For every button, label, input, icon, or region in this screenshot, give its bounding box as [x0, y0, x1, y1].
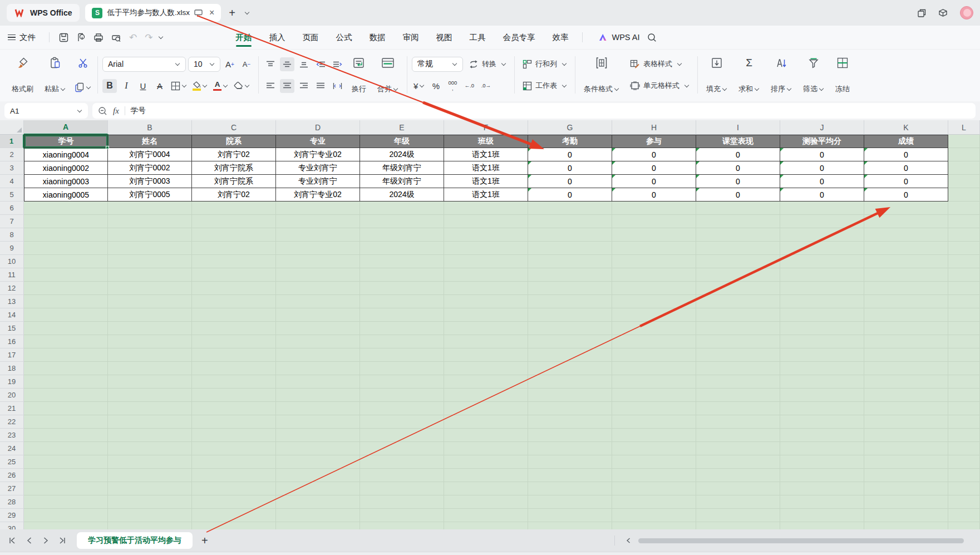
italic-button[interactable]: I [119, 79, 134, 93]
cell-A19[interactable] [24, 375, 108, 389]
column-header-D[interactable]: D [276, 120, 360, 135]
cell-I15[interactable] [696, 322, 780, 335]
cell-E28[interactable] [360, 495, 444, 509]
cell-L18[interactable] [948, 362, 980, 375]
cell-D17[interactable] [276, 348, 360, 362]
cell-B21[interactable] [108, 402, 192, 415]
row-header-11[interactable]: 11 [0, 268, 24, 282]
cell-J15[interactable] [780, 322, 864, 335]
cell-I5[interactable]: 0 [696, 188, 780, 202]
freeze-panes-button[interactable]: 冻结 [831, 54, 854, 96]
cell-H9[interactable] [612, 242, 696, 255]
cell-B30[interactable] [108, 522, 192, 529]
undo-icon[interactable]: ↶ [129, 32, 137, 43]
cell-G24[interactable] [528, 442, 612, 455]
cell-A15[interactable] [24, 322, 108, 335]
cell-K12[interactable] [864, 282, 948, 295]
cell-C9[interactable] [192, 242, 276, 255]
justify-button[interactable] [313, 79, 328, 93]
cell-J1[interactable]: 测验平均分 [780, 135, 864, 148]
cell-F15[interactable] [444, 322, 528, 335]
tab-efficiency[interactable]: 效率 [551, 27, 570, 48]
cell-J14[interactable] [780, 308, 864, 322]
cell-F22[interactable] [444, 415, 528, 429]
cell-E9[interactable] [360, 242, 444, 255]
name-box[interactable]: A1 [4, 103, 88, 119]
print-icon[interactable] [93, 33, 104, 42]
cell-A12[interactable] [24, 282, 108, 295]
cell-G18[interactable] [528, 362, 612, 375]
cell-D12[interactable] [276, 282, 360, 295]
cell-K8[interactable] [864, 228, 948, 242]
cell-H25[interactable] [612, 455, 696, 469]
cell-I6[interactable] [696, 202, 780, 215]
distributed-button[interactable] [330, 79, 344, 93]
cell-J23[interactable] [780, 429, 864, 442]
cell-C7[interactable] [192, 215, 276, 228]
cell-C10[interactable] [192, 255, 276, 268]
cell-F6[interactable] [444, 202, 528, 215]
cell-L15[interactable] [948, 322, 980, 335]
percent-format-button[interactable]: % [429, 79, 443, 93]
cell-C22[interactable] [192, 415, 276, 429]
cell-J8[interactable] [780, 228, 864, 242]
cell-D18[interactable] [276, 362, 360, 375]
cell-I10[interactable] [696, 255, 780, 268]
cell-D29[interactable] [276, 509, 360, 522]
cell-C3[interactable]: 刘宵宁院系 [192, 161, 276, 175]
cell-K14[interactable] [864, 308, 948, 322]
cell-J16[interactable] [780, 335, 864, 348]
cell-K5[interactable]: 0 [864, 188, 948, 202]
wps-ai-button[interactable]: WPS AI [598, 33, 640, 42]
font-color-button[interactable]: A [211, 79, 230, 93]
strikethrough-button[interactable]: A [152, 79, 167, 93]
cell-E4[interactable]: 年级刘宵宁 [360, 175, 444, 188]
cell-C26[interactable] [192, 469, 276, 482]
row-header-16[interactable]: 16 [0, 335, 24, 348]
cell-L25[interactable] [948, 455, 980, 469]
decrease-indent-button[interactable] [313, 57, 328, 71]
cell-D26[interactable] [276, 469, 360, 482]
cell-B7[interactable] [108, 215, 192, 228]
cell-A22[interactable] [24, 415, 108, 429]
save-icon[interactable] [59, 33, 68, 42]
cut-button[interactable] [73, 56, 93, 70]
cell-B15[interactable] [108, 322, 192, 335]
cell-F19[interactable] [444, 375, 528, 389]
cell-I7[interactable] [696, 215, 780, 228]
font-size-select[interactable]: 10 [188, 57, 220, 72]
cell-I3[interactable]: 0 [696, 161, 780, 175]
cell-G1[interactable]: 考勤 [528, 135, 612, 148]
row-header-4[interactable]: 4 [0, 175, 24, 188]
cell-D25[interactable] [276, 455, 360, 469]
cell-B24[interactable] [108, 442, 192, 455]
cell-A13[interactable] [24, 295, 108, 308]
cell-I20[interactable] [696, 389, 780, 402]
cell-H21[interactable] [612, 402, 696, 415]
scrollbar-thumb[interactable] [638, 538, 964, 543]
cell-A4[interactable]: xiaoning0003 [24, 175, 108, 188]
cell-E12[interactable] [360, 282, 444, 295]
cell-D8[interactable] [276, 228, 360, 242]
cell-H13[interactable] [612, 295, 696, 308]
cell-B29[interactable] [108, 509, 192, 522]
format-painter-button[interactable]: 格式刷 [8, 54, 37, 96]
cell-A26[interactable] [24, 469, 108, 482]
cell-I13[interactable] [696, 295, 780, 308]
horizontal-scrollbar[interactable] [638, 538, 972, 543]
cell-L19[interactable] [948, 375, 980, 389]
cell-G3[interactable]: 0 [528, 161, 612, 175]
cell-C25[interactable] [192, 455, 276, 469]
align-center-button[interactable] [280, 79, 294, 93]
cell-F26[interactable] [444, 469, 528, 482]
cell-K15[interactable] [864, 322, 948, 335]
cell-D1[interactable]: 专业 [276, 135, 360, 148]
thousands-separator-button[interactable]: 000, [445, 79, 460, 93]
conditional-format-button[interactable]: 条件格式 [580, 54, 623, 96]
next-sheet-icon[interactable] [39, 534, 52, 547]
cell-F23[interactable] [444, 429, 528, 442]
cell-L20[interactable] [948, 389, 980, 402]
cell-J30[interactable] [780, 522, 864, 529]
cell-C11[interactable] [192, 268, 276, 282]
cell-E19[interactable] [360, 375, 444, 389]
